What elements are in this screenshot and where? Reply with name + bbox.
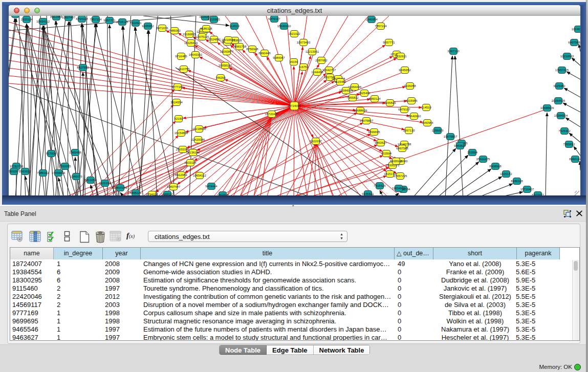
svg-text:7955812: 7955812 bbox=[346, 96, 359, 99]
svg-text:6479197: 6479197 bbox=[398, 108, 410, 111]
svg-text:9245652: 9245652 bbox=[399, 69, 411, 72]
svg-text:19166825: 19166825 bbox=[183, 33, 197, 36]
svg-text:15640910: 15640910 bbox=[407, 115, 421, 118]
svg-text:2933114: 2933114 bbox=[185, 161, 197, 164]
svg-text:10688609: 10688609 bbox=[540, 106, 554, 110]
svg-text:8186328: 8186328 bbox=[200, 27, 212, 30]
svg-text:8471676: 8471676 bbox=[156, 27, 168, 30]
svg-text:8938928: 8938928 bbox=[390, 160, 402, 163]
svg-text:8938928: 8938928 bbox=[489, 165, 502, 168]
svg-text:19975857: 19975857 bbox=[444, 135, 458, 138]
svg-text:10958107: 10958107 bbox=[219, 64, 232, 67]
svg-text:25300275: 25300275 bbox=[476, 158, 490, 161]
svg-text:9474444: 9474444 bbox=[205, 185, 217, 188]
svg-text:10210643: 10210643 bbox=[560, 55, 574, 58]
svg-text:18724007: 18724007 bbox=[288, 104, 301, 107]
svg-text:7485063: 7485063 bbox=[168, 29, 181, 32]
svg-text:153594: 153594 bbox=[467, 151, 478, 154]
svg-text:12342757: 12342757 bbox=[322, 69, 336, 72]
svg-text:7663822: 7663822 bbox=[19, 170, 31, 173]
svg-text:2933114: 2933114 bbox=[21, 18, 33, 21]
svg-text:8215955: 8215955 bbox=[208, 18, 220, 21]
svg-text:7632621: 7632621 bbox=[129, 21, 142, 25]
svg-text:7857224: 7857224 bbox=[90, 18, 102, 21]
svg-text:10688609: 10688609 bbox=[354, 109, 367, 112]
svg-text:2718126: 2718126 bbox=[116, 20, 128, 24]
svg-text:1156829: 1156829 bbox=[432, 129, 444, 132]
svg-text:8660124: 8660124 bbox=[569, 158, 580, 161]
svg-text:15720407: 15720407 bbox=[520, 188, 534, 191]
svg-text:9115460: 9115460 bbox=[554, 84, 566, 87]
svg-text:5498222: 5498222 bbox=[129, 191, 142, 194]
svg-text:17957225: 17957225 bbox=[555, 69, 569, 72]
svg-text:12213961: 12213961 bbox=[306, 50, 319, 53]
svg-text:6794028: 6794028 bbox=[76, 17, 88, 20]
svg-text:19218506: 19218506 bbox=[192, 127, 206, 130]
svg-text:7857224: 7857224 bbox=[375, 25, 387, 28]
svg-text:14136141: 14136141 bbox=[186, 151, 200, 154]
svg-text:9777169: 9777169 bbox=[171, 85, 184, 89]
svg-text:8813054: 8813054 bbox=[84, 179, 97, 182]
svg-text:746266: 746266 bbox=[215, 76, 226, 79]
svg-text:16543392: 16543392 bbox=[189, 53, 203, 56]
svg-text:1640954: 1640954 bbox=[365, 18, 378, 21]
svg-text:2020655: 2020655 bbox=[59, 165, 71, 168]
svg-text:1610755: 1610755 bbox=[178, 68, 190, 71]
svg-text:116753: 116753 bbox=[298, 65, 309, 69]
svg-text:2087682: 2087682 bbox=[315, 59, 328, 62]
svg-text:19654923: 19654923 bbox=[392, 187, 406, 190]
svg-text:1615172: 1615172 bbox=[500, 172, 512, 176]
svg-text:11325419: 11325419 bbox=[184, 41, 198, 45]
svg-text:1156829: 1156829 bbox=[384, 101, 397, 104]
svg-text:16782759: 16782759 bbox=[10, 165, 24, 168]
svg-text:39159: 39159 bbox=[290, 60, 298, 63]
svg-text:8912954: 8912954 bbox=[50, 16, 62, 18]
svg-text:6497568: 6497568 bbox=[568, 41, 580, 44]
svg-text:62160: 62160 bbox=[175, 117, 183, 120]
svg-text:9463627: 9463627 bbox=[375, 141, 387, 144]
svg-text:22420046: 22420046 bbox=[191, 138, 205, 141]
svg-text:9115460: 9115460 bbox=[335, 80, 347, 83]
svg-text:19384554: 19384554 bbox=[339, 89, 353, 92]
svg-text:8427552: 8427552 bbox=[77, 66, 89, 69]
svg-text:10973493: 10973493 bbox=[297, 41, 311, 44]
svg-text:9245652: 9245652 bbox=[142, 25, 154, 28]
svg-text:6322037: 6322037 bbox=[310, 140, 322, 143]
svg-text:3624554: 3624554 bbox=[170, 101, 183, 104]
svg-text:8186328: 8186328 bbox=[511, 180, 523, 183]
svg-text:8912954: 8912954 bbox=[175, 173, 187, 177]
svg-text:12093877: 12093877 bbox=[220, 50, 234, 53]
svg-text:10807487: 10807487 bbox=[62, 16, 76, 19]
svg-text:10654112: 10654112 bbox=[193, 174, 207, 177]
svg-text:1549579: 1549579 bbox=[70, 175, 82, 178]
svg-text:13524851: 13524851 bbox=[207, 38, 221, 41]
svg-text:7632621: 7632621 bbox=[395, 55, 407, 58]
svg-text:18807249: 18807249 bbox=[114, 186, 127, 189]
svg-text:8756928: 8756928 bbox=[246, 48, 258, 51]
svg-text:1221336: 1221336 bbox=[99, 182, 111, 185]
svg-text:7986322: 7986322 bbox=[37, 171, 49, 174]
svg-text:8660124: 8660124 bbox=[368, 97, 381, 100]
svg-text:7625402: 7625402 bbox=[558, 129, 571, 133]
svg-text:9657771: 9657771 bbox=[103, 19, 116, 22]
svg-text:8990448: 8990448 bbox=[258, 52, 271, 55]
svg-text:817006: 817006 bbox=[46, 152, 57, 155]
svg-text:6479197: 6479197 bbox=[268, 17, 280, 20]
svg-text:114519: 114519 bbox=[421, 106, 431, 109]
svg-text:19384554: 19384554 bbox=[554, 114, 568, 117]
svg-text:15640910: 15640910 bbox=[277, 25, 291, 28]
svg-text:10961758: 10961758 bbox=[233, 45, 247, 48]
svg-text:16154808: 16154808 bbox=[175, 132, 188, 135]
svg-text:20364436: 20364436 bbox=[348, 85, 362, 89]
svg-text:9084067: 9084067 bbox=[273, 56, 285, 59]
svg-text:10046788: 10046788 bbox=[572, 28, 580, 31]
svg-text:3226058: 3226058 bbox=[404, 84, 416, 87]
svg-text:15720407: 15720407 bbox=[265, 113, 279, 116]
svg-text:153594: 153594 bbox=[381, 152, 392, 155]
svg-text:3267130: 3267130 bbox=[403, 129, 415, 132]
svg-text:7955812: 7955812 bbox=[563, 143, 575, 146]
svg-text:10807487: 10807487 bbox=[167, 185, 181, 188]
svg-text:6497568: 6497568 bbox=[396, 147, 408, 150]
svg-text:9716485: 9716485 bbox=[175, 55, 187, 58]
svg-text:1965498: 1965498 bbox=[69, 151, 81, 154]
